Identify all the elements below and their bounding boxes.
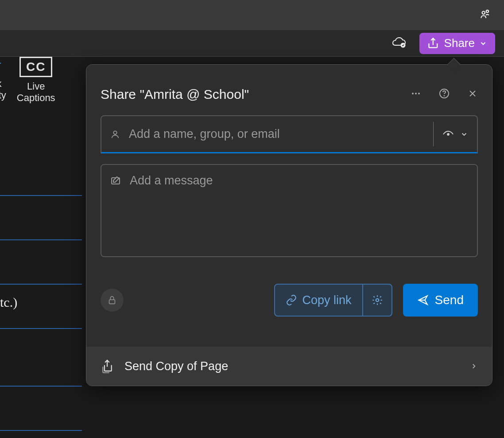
send-copy-row[interactable]: Send Copy of Page [86,347,492,386]
cc-icon: CC [19,57,52,77]
svg-point-8 [113,131,116,134]
share-dialog: Share "Amrita @ School" [86,64,492,386]
chevron-right-icon [470,361,478,372]
ribbon-left-group: k ility CC Live Captions [0,57,55,104]
share-button[interactable]: Share [419,33,495,54]
share-icon [427,37,440,50]
cloud-sync-icon[interactable] [391,37,406,50]
svg-point-7 [444,96,445,96]
recipient-input-container [101,115,478,153]
gear-icon [372,294,383,306]
chevron-down-icon [479,39,487,47]
edit-icon [110,176,121,186]
svg-point-4 [415,93,417,94]
lock-icon [107,295,117,305]
ribbon-item-accessibility[interactable]: k ility [0,57,6,104]
svg-point-3 [412,93,414,94]
permissions-lock-button[interactable] [101,289,124,312]
svg-point-5 [418,93,420,94]
window-titlebar [0,0,504,30]
copy-link-label: Copy link [302,293,352,307]
link-icon [286,294,297,306]
send-copy-label: Send Copy of Page [124,360,459,373]
more-options-icon[interactable] [411,88,421,101]
copy-link-button[interactable]: Copy link [275,285,363,316]
handwritten-text: tc.) [0,295,17,310]
svg-point-0 [482,12,485,15]
person-icon [110,129,120,139]
svg-point-1 [486,10,488,12]
recipient-input[interactable] [129,122,434,146]
share-copy-icon [101,359,114,374]
send-button-label: Send [435,293,464,307]
chevron-down-icon [460,130,468,138]
permission-dropdown[interactable] [442,130,468,139]
dialog-title: Share "Amrita @ School" [101,87,249,102]
help-icon[interactable] [439,88,450,101]
send-icon [417,294,429,306]
dialog-action-row: Copy link Send [101,284,478,317]
share-button-label: Share [444,36,475,50]
eye-icon [442,130,454,139]
svg-point-12 [376,299,379,302]
ribbon-item-live-captions[interactable]: CC Live Captions [17,57,55,104]
copy-link-group: Copy link [274,284,392,317]
send-button[interactable]: Send [403,284,478,317]
dialog-header: Share "Amrita @ School" [86,65,492,115]
link-settings-button[interactable] [363,285,392,316]
ribbon-toolbar: Share [0,30,504,57]
svg-rect-11 [109,300,115,304]
message-input[interactable] [130,174,468,247]
svg-point-9 [447,133,449,135]
message-input-container [101,164,478,257]
collaborators-icon[interactable] [479,8,491,22]
close-icon[interactable] [467,88,478,101]
